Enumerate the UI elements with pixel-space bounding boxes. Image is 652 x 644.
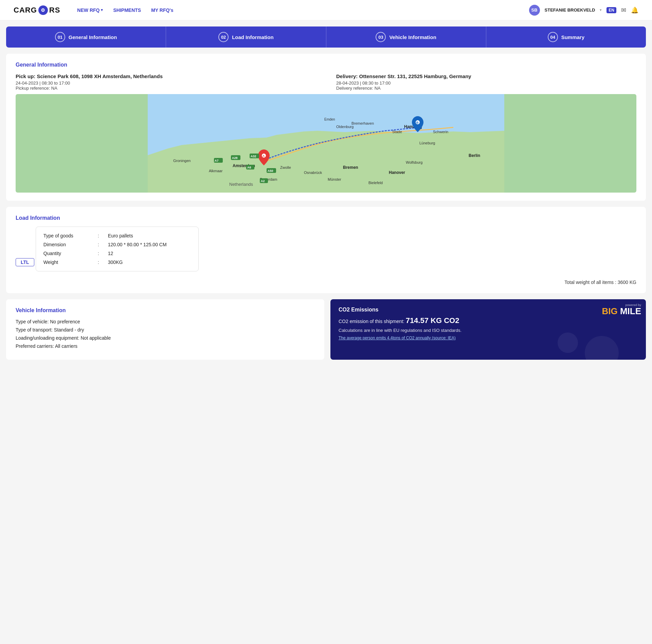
svg-text:Zwolle: Zwolle xyxy=(280,165,291,169)
goods-sep-dim: : xyxy=(98,242,108,247)
vehicle-info-title: Vehicle Information xyxy=(16,307,315,314)
goods-val-type: Euro pallets xyxy=(108,233,133,238)
co2-card: powered by BIG MILE CO2 Emissions CO2 em… xyxy=(330,299,646,360)
bigmile-logo: BIG MILE xyxy=(602,307,641,316)
header-right: SB STEFANIE BROEKVELD ▾ EN ✉ 🔔 xyxy=(529,5,638,16)
pickup-date: 24-04-2023 | 08:30 to 17:00 xyxy=(16,80,316,86)
goods-table: Type of goods : Euro pallets Dimension :… xyxy=(36,227,199,271)
avatar: SB xyxy=(529,5,540,16)
svg-text:Lüneburg: Lüneburg xyxy=(419,141,435,145)
step-summary[interactable]: 04 Summary xyxy=(486,26,646,48)
total-weight-value: 3600 KG xyxy=(618,280,636,285)
step-load-info[interactable]: 02 Load Information xyxy=(166,26,326,48)
svg-text:Netherlands: Netherlands xyxy=(229,182,253,187)
co2-note: Calculations are in line with EU regulat… xyxy=(339,328,638,333)
step-label-4: Summary xyxy=(561,34,584,40)
goods-sep-type: : xyxy=(98,233,108,238)
nav-my-rfqs[interactable]: MY RFQ's xyxy=(151,7,173,13)
delivery-col: Delivery: Ottensener Str. 131, 22525 Ham… xyxy=(336,73,636,91)
goods-sep-qty: : xyxy=(98,251,108,256)
pickup-col: Pick up: Science Park 608, 1098 XH Amste… xyxy=(16,73,316,91)
svg-text:B: B xyxy=(416,121,419,124)
svg-text:A28: A28 xyxy=(232,156,238,160)
bell-icon[interactable]: 🔔 xyxy=(631,6,638,14)
bottom-row: Vehicle Information Type of vehicle: No … xyxy=(6,299,646,360)
vehicle-transport-line: Type of transport: Standard - dry xyxy=(16,327,315,333)
delivery-address: Delivery: Ottensener Str. 131, 22525 Ham… xyxy=(336,73,636,79)
total-weight-label: Total weight of all items : xyxy=(564,280,616,285)
svg-text:Bielefeld: Bielefeld xyxy=(368,181,383,185)
goods-val-weight: 300KG xyxy=(108,260,123,265)
lang-badge[interactable]: EN xyxy=(606,7,616,13)
co2-title: CO2 Emissions xyxy=(339,307,638,313)
svg-text:Berlin: Berlin xyxy=(469,153,480,158)
header: CARG ⚙ RS NEW RFQ SHIPMENTS MY RFQ's SB … xyxy=(0,0,652,20)
goods-val-dim: 120.00 * 80.00 * 125.00 CM xyxy=(108,242,167,247)
mile-text: MILE xyxy=(620,306,641,316)
svg-text:Emden: Emden xyxy=(324,118,335,121)
goods-label-dim: Dimension xyxy=(43,242,98,247)
step-circle-3: 03 xyxy=(376,32,386,42)
vehicle-equipment-line: Loading/unloading equipment: Not applica… xyxy=(16,335,315,341)
logo: CARG ⚙ RS xyxy=(14,5,60,15)
goods-row-dim: Dimension : 120.00 * 80.00 * 125.00 CM xyxy=(43,242,191,247)
svg-text:A50: A50 xyxy=(268,169,273,173)
pickup-ref: Pickup reference: NA xyxy=(16,86,316,91)
logo-text-1: CARG xyxy=(14,6,37,15)
vehicle-info-card: Vehicle Information Type of vehicle: No … xyxy=(6,299,324,360)
svg-text:Schwerin: Schwerin xyxy=(433,130,448,134)
mail-icon[interactable]: ✉ xyxy=(621,6,626,14)
svg-text:A6: A6 xyxy=(247,166,251,169)
general-info-title: General Information xyxy=(16,62,636,68)
nav-new-rfq[interactable]: NEW RFQ xyxy=(77,7,103,13)
step-label-3: Vehicle Information xyxy=(389,34,436,40)
co2-value: 714.57 KG CO2 xyxy=(406,316,459,325)
svg-text:A32: A32 xyxy=(251,155,256,158)
goods-label-qty: Quantity xyxy=(43,251,98,256)
svg-text:Stade: Stade xyxy=(392,130,402,134)
step-vehicle-info[interactable]: 03 Vehicle Information xyxy=(326,26,486,48)
step-label-1: General Information xyxy=(69,34,117,40)
chevron-down-icon: ▾ xyxy=(600,8,602,12)
svg-text:A2: A2 xyxy=(261,179,265,183)
delivery-date: 28-04-2023 | 08:30 to 17:00 xyxy=(336,80,636,86)
big-text: BIG xyxy=(602,306,617,316)
goods-row-weight: Weight : 300KG xyxy=(43,260,191,265)
vehicle-carriers-line: Preferred carriers: All carriers xyxy=(16,343,315,349)
svg-text:Alkmaar: Alkmaar xyxy=(209,169,223,173)
goods-val-qty: 12 xyxy=(108,251,113,256)
pickup-address: Pick up: Science Park 608, 1098 XH Amste… xyxy=(16,73,316,79)
logo-text-2: RS xyxy=(49,6,60,15)
svg-text:A7: A7 xyxy=(215,159,219,162)
svg-text:Münster: Münster xyxy=(328,177,341,181)
delivery-ref: Delivery reference: NA xyxy=(336,86,636,91)
svg-text:Bremerhaven: Bremerhaven xyxy=(351,121,374,125)
vehicle-type-line: Type of vehicle: No preference xyxy=(16,319,315,324)
svg-text:A: A xyxy=(262,154,265,158)
svg-text:Oldenburg: Oldenburg xyxy=(336,125,354,129)
step-circle-2: 02 xyxy=(218,32,229,42)
main-content: General Information Pick up: Science Par… xyxy=(0,48,652,366)
map: Groningen Alkmaar Amsterdam Netherlands … xyxy=(16,94,636,193)
goods-label-weight: Weight xyxy=(43,260,98,265)
svg-text:Wolfsburg: Wolfsburg xyxy=(406,160,422,164)
step-general-info[interactable]: 01 General Information xyxy=(6,26,166,48)
goods-sep-weight: : xyxy=(98,260,108,265)
svg-text:Bremen: Bremen xyxy=(343,165,358,170)
nav-shipments[interactable]: SHIPMENTS xyxy=(113,7,141,13)
info-row: Pick up: Science Park 608, 1098 XH Amste… xyxy=(16,73,636,91)
svg-text:Hanover: Hanover xyxy=(389,170,405,175)
goods-row-qty: Quantity : 12 xyxy=(43,251,191,256)
step-circle-1: 01 xyxy=(55,32,65,42)
step-circle-4: 04 xyxy=(548,32,558,42)
goods-row-type: Type of goods : Euro pallets xyxy=(43,233,191,238)
co2-amount: CO2 emission of this shipment: 714.57 KG… xyxy=(339,316,638,325)
logo-icon: ⚙ xyxy=(38,5,48,15)
svg-text:Osnabrück: Osnabrück xyxy=(304,171,322,175)
deco-circle-2 xyxy=(558,333,578,353)
nav: NEW RFQ SHIPMENTS MY RFQ's xyxy=(77,7,529,13)
general-info-card: General Information Pick up: Science Par… xyxy=(6,54,646,201)
username: STEFANIE BROEKVELD xyxy=(545,7,595,13)
bigmile-branding: powered by BIG MILE xyxy=(602,303,641,316)
co2-prefix: CO2 emission of this shipment: xyxy=(339,319,404,324)
